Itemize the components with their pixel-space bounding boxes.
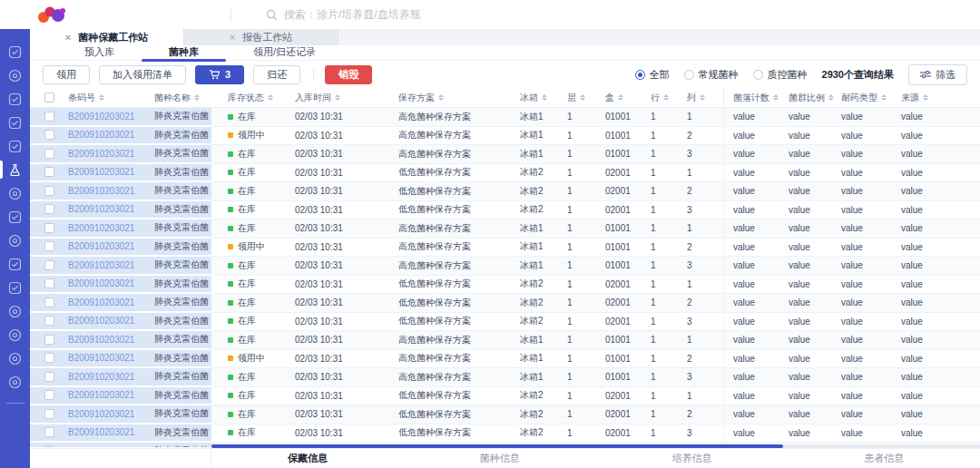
barcode-link[interactable]: B200910203021 bbox=[68, 182, 154, 200]
sort-icon[interactable] bbox=[438, 94, 444, 101]
barcode-link[interactable]: B200910203021 bbox=[68, 127, 154, 144]
column-header-count[interactable]: 菌落计数 bbox=[723, 88, 785, 107]
column-header-source[interactable]: 来源 bbox=[896, 88, 980, 107]
record-disc-icon[interactable] bbox=[0, 181, 30, 205]
image-icon[interactable] bbox=[0, 111, 30, 134]
column-header-drug[interactable]: 耐药类型 bbox=[841, 88, 896, 107]
row-checkbox[interactable] bbox=[44, 427, 54, 437]
row-checkbox[interactable] bbox=[44, 223, 54, 233]
table-row[interactable]: B200910203021肺炎克雷伯菌领用中02/03 10:31高危菌种保存方… bbox=[30, 239, 980, 258]
global-search[interactable] bbox=[266, 8, 520, 21]
barcode-link[interactable]: B200910203021 bbox=[68, 257, 154, 274]
barcode-link[interactable]: B200910203021 bbox=[68, 313, 154, 330]
barcode-link[interactable]: B200910203021 bbox=[68, 331, 154, 348]
file-chart-icon[interactable] bbox=[0, 276, 30, 299]
row-checkbox[interactable] bbox=[44, 112, 54, 122]
barcode-link[interactable]: B200910203021 bbox=[68, 368, 154, 385]
headset-icon[interactable] bbox=[0, 299, 30, 323]
cart-button[interactable]: 3 bbox=[195, 65, 244, 84]
row-checkbox[interactable] bbox=[44, 446, 54, 447]
radio-质控菌种[interactable]: 质控菌种 bbox=[753, 68, 808, 82]
row-checkbox[interactable] bbox=[44, 353, 54, 363]
barcode-link[interactable]: B200910203021 bbox=[68, 219, 154, 237]
barcode-link[interactable]: B200910203021 bbox=[68, 164, 154, 181]
radio-circle-icon[interactable] bbox=[684, 70, 694, 80]
column-header-time[interactable]: 入库时间 bbox=[289, 88, 391, 107]
barcode-link[interactable]: B200910203021 bbox=[68, 443, 154, 447]
row-checkbox[interactable] bbox=[44, 241, 54, 251]
radio-全部[interactable]: 全部 bbox=[635, 68, 670, 82]
column-header-col[interactable]: 列 bbox=[687, 88, 723, 107]
scan-search-icon[interactable] bbox=[0, 229, 30, 252]
radio-circle-icon[interactable] bbox=[635, 70, 645, 80]
sort-icon[interactable] bbox=[773, 94, 779, 101]
table-row[interactable]: B200910203021肺炎克雷伯菌在库02/03 10:31高危菌种保存方案… bbox=[30, 219, 980, 239]
sort-icon[interactable] bbox=[923, 94, 928, 101]
table-row[interactable]: B200910203021肺炎克雷伯菌在库02/03 10:31低危菌种保存方案… bbox=[30, 164, 980, 183]
close-tab-icon[interactable]: × bbox=[65, 33, 71, 43]
row-checkbox[interactable] bbox=[44, 316, 54, 326]
add-to-collect-list-button[interactable]: 加入领用清单 bbox=[99, 65, 186, 84]
row-checkbox[interactable] bbox=[44, 372, 54, 382]
barcode-link[interactable]: B200910203021 bbox=[68, 294, 154, 311]
destroy-button[interactable]: 销毁 bbox=[325, 65, 372, 84]
calculator-icon[interactable] bbox=[0, 252, 30, 276]
bottom-tab-患者信息[interactable]: 患者信息 bbox=[788, 449, 980, 468]
task-check-icon[interactable] bbox=[0, 40, 30, 63]
sort-icon[interactable] bbox=[580, 94, 585, 101]
sort-icon[interactable] bbox=[268, 94, 273, 101]
bottom-tab-培养信息[interactable]: 培养信息 bbox=[596, 449, 789, 468]
table-row[interactable]: B200910203021肺炎克雷伯菌在库02/03 10:31低危菌种保存方案… bbox=[30, 276, 980, 295]
table-row[interactable]: B200910203021肺炎克雷伯菌在库02/03 10:31低危菌种保存方案… bbox=[30, 201, 980, 220]
column-header-layer[interactable]: 层 bbox=[564, 88, 605, 107]
window-tab[interactable]: ×报告工作站 bbox=[184, 29, 338, 45]
table-row[interactable]: B200910203021肺炎克雷伯菌在库02/03 10:31低危菌种保存方案… bbox=[30, 182, 980, 201]
clock-icon[interactable] bbox=[0, 63, 30, 87]
table-row[interactable]: B200910203021肺炎克雷伯菌在库02/03 10:31低危菌种保存方案… bbox=[30, 405, 980, 424]
row-checkbox[interactable] bbox=[44, 130, 54, 140]
column-header-name[interactable]: 菌种名称 bbox=[154, 88, 211, 107]
return-button[interactable]: 归还 bbox=[253, 65, 300, 84]
radio-circle-icon[interactable] bbox=[753, 70, 763, 80]
row-checkbox[interactable] bbox=[44, 278, 54, 288]
row-checkbox[interactable] bbox=[44, 260, 54, 270]
row-checkbox[interactable] bbox=[44, 409, 54, 419]
table-row[interactable]: B200910203021肺炎克雷伯菌领用中02/03 10:31高危菌种保存方… bbox=[30, 127, 980, 146]
window-tab[interactable]: ×菌种保藏工作站 bbox=[30, 29, 184, 45]
table-row[interactable]: B200910203021肺炎克雷伯菌在库02/03 10:31低危菌种保存方案… bbox=[30, 387, 980, 406]
row-checkbox[interactable] bbox=[44, 167, 54, 177]
barcode-link[interactable]: B200910203021 bbox=[68, 405, 154, 423]
row-checkbox[interactable] bbox=[44, 390, 54, 400]
table-row[interactable]: B200910203021肺炎克雷伯菌在库02/03 10:31高危菌种保存方案… bbox=[30, 331, 980, 350]
bottom-tab-保藏信息[interactable]: 保藏信息 bbox=[211, 449, 404, 468]
column-header-fridge[interactable]: 冰箱 bbox=[513, 88, 564, 107]
column-header-plan[interactable]: 保存方案 bbox=[391, 88, 513, 107]
sort-icon[interactable] bbox=[542, 94, 547, 101]
row-checkbox[interactable] bbox=[44, 335, 54, 345]
row-checkbox[interactable] bbox=[44, 297, 54, 307]
radio-常规菌种[interactable]: 常规菌种 bbox=[684, 68, 739, 82]
bottom-tab-菌种信息[interactable]: 菌种信息 bbox=[404, 449, 596, 468]
barcode-link[interactable]: B200910203021 bbox=[68, 145, 154, 162]
column-header-code[interactable]: 条码号 bbox=[68, 88, 154, 107]
id-card-icon[interactable] bbox=[0, 134, 30, 158]
barcode-link[interactable]: B200910203021 bbox=[68, 387, 154, 405]
table-row[interactable]: B200910203021肺炎克雷伯菌在库02/03 10:31高危菌种保存方案… bbox=[30, 368, 980, 387]
sort-icon[interactable] bbox=[99, 94, 104, 101]
barcode-link[interactable]: B200910203021 bbox=[68, 201, 154, 219]
chat-settings-icon[interactable] bbox=[0, 87, 30, 111]
table-row[interactable]: B200910203021肺炎克雷伯菌在库02/03 10:31高危菌种保存方案… bbox=[30, 108, 980, 127]
barcode-link[interactable]: B200910203021 bbox=[68, 239, 154, 256]
table-row[interactable]: B200910203021肺炎克雷伯菌在库02/03 10:31低危菌种保存方案… bbox=[30, 294, 980, 313]
sort-icon[interactable] bbox=[663, 94, 669, 101]
sort-icon[interactable] bbox=[194, 94, 200, 101]
message-icon[interactable] bbox=[0, 323, 30, 346]
stamp-icon[interactable] bbox=[0, 370, 30, 394]
column-header-status[interactable]: 库存状态 bbox=[211, 88, 289, 107]
row-checkbox[interactable] bbox=[44, 149, 54, 159]
file-gear-icon[interactable] bbox=[0, 205, 30, 229]
table-row[interactable]: B200910203021肺炎克雷伯菌在库02/03 10:31低危菌种保存方案… bbox=[30, 313, 980, 332]
row-checkbox[interactable] bbox=[44, 204, 54, 214]
sort-icon[interactable] bbox=[335, 94, 340, 101]
sort-icon[interactable] bbox=[881, 94, 887, 101]
